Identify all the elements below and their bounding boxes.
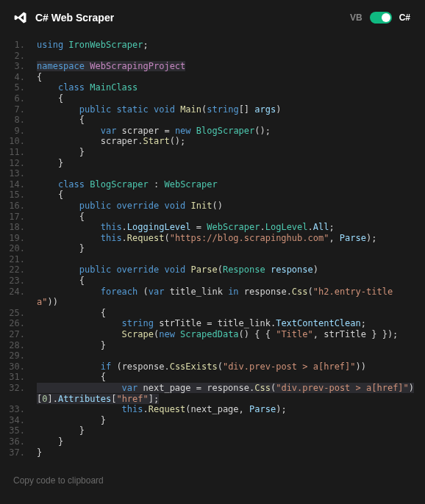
code-line: 6. {: [6, 93, 425, 104]
line-content: using IronWebScraper;: [32, 40, 425, 51]
line-content: scraper.Start();: [32, 136, 425, 147]
code-line: 26. string strTitle = title_link.TextCon…: [6, 318, 425, 329]
code-line: 17. {: [6, 212, 425, 223]
code-line: 20. }: [6, 243, 425, 254]
line-content: }: [32, 436, 425, 447]
code-line: 22. public override void Parse(Response …: [6, 264, 425, 276]
lang-csharp-label[interactable]: C#: [399, 12, 410, 23]
code-line: 14. class BlogScraper : WebScraper: [6, 179, 425, 190]
line-number: 27.: [6, 329, 32, 340]
language-toggle-group: VB C#: [350, 12, 410, 24]
line-content: this.Request(next_page, Parse);: [32, 404, 425, 415]
line-content: public override void Init(): [32, 201, 425, 212]
line-content: Scrape(new ScrapedData() { { "Title", st…: [32, 329, 425, 340]
line-number: 3.: [6, 61, 32, 72]
header: C# Web Scraper VB C#: [0, 0, 425, 32]
line-number: 35.: [6, 425, 32, 436]
line-number: 32.: [6, 383, 32, 404]
line-content: {: [32, 190, 425, 201]
line-number: 22.: [6, 264, 32, 276]
line-content: var next_page = response.Css("div.prev-p…: [32, 383, 425, 404]
code-line: 3.namespace WebScrapingProject: [6, 61, 425, 72]
line-content: }: [32, 243, 425, 254]
line-content: namespace WebScrapingProject: [32, 61, 425, 72]
line-number: 33.: [6, 404, 32, 415]
line-content: }: [32, 425, 425, 436]
line-number: 19.: [6, 233, 32, 244]
line-content: {: [32, 212, 425, 223]
code-line: 4.{: [6, 72, 425, 83]
line-number: 37.: [6, 447, 32, 458]
line-number: 2.: [6, 51, 32, 62]
line-content: this.LoggingLevel = WebScraper.LogLevel.…: [32, 222, 425, 233]
line-number: 20.: [6, 243, 32, 254]
line-content: [32, 254, 425, 265]
lang-vb-label[interactable]: VB: [350, 12, 362, 23]
line-number: 4.: [6, 72, 32, 83]
line-number: 17.: [6, 212, 32, 223]
code-line: 34. }: [6, 415, 425, 426]
code-line: 18. this.LoggingLevel = WebScraper.LogLe…: [6, 222, 425, 233]
line-number: 7.: [6, 104, 32, 115]
line-number: 23.: [6, 276, 32, 287]
code-line: 12. }: [6, 158, 425, 169]
line-content: }: [32, 415, 425, 426]
code-line: 8. {: [6, 115, 425, 126]
line-number: 26.: [6, 318, 32, 329]
line-content: }: [32, 447, 425, 458]
line-number: 10.: [6, 136, 32, 147]
code-line: 19. this.Request("https://blog.scrapingh…: [6, 233, 425, 244]
code-line: 1.using IronWebScraper;: [6, 40, 425, 51]
line-content: }: [32, 147, 425, 158]
code-line: 33. this.Request(next_page, Parse);: [6, 404, 425, 415]
code-line: 37.}: [6, 447, 425, 458]
line-content: public override void Parse(Response resp…: [32, 264, 425, 276]
line-number: 25.: [6, 308, 32, 319]
line-number: 13.: [6, 168, 32, 179]
header-left: C# Web Scraper: [13, 10, 114, 25]
line-content: {: [32, 308, 425, 319]
line-content: foreach (var title_link in response.Css(…: [32, 287, 425, 308]
line-number: 12.: [6, 158, 32, 169]
code-line: 25. {: [6, 308, 425, 319]
code-line: 28. }: [6, 340, 425, 351]
line-content: public static void Main(string[] args): [32, 104, 425, 115]
visual-studio-icon: [13, 10, 28, 25]
line-number: 24.: [6, 287, 32, 308]
line-content: [32, 51, 425, 62]
line-content: }: [32, 340, 425, 351]
line-number: 31.: [6, 372, 32, 383]
line-content: }: [32, 158, 425, 169]
line-content: string strTitle = title_link.TextContent…: [32, 318, 425, 329]
code-line: 16. public override void Init(): [6, 201, 425, 212]
code-line: 29.: [6, 350, 425, 361]
code-editor[interactable]: 1.using IronWebScraper;2.3.namespace Web…: [0, 32, 425, 465]
copy-code-button[interactable]: Copy code to clipboard: [0, 465, 425, 496]
line-number: 9.: [6, 126, 32, 137]
line-number: 11.: [6, 147, 32, 158]
code-line: 31. {: [6, 372, 425, 383]
line-number: 6.: [6, 93, 32, 104]
line-content: {: [32, 93, 425, 104]
line-content: this.Request("https://blog.scrapinghub.c…: [32, 233, 425, 244]
line-number: 18.: [6, 222, 32, 233]
line-content: [32, 168, 425, 179]
line-number: 16.: [6, 201, 32, 212]
highlighted-span: namespace WebScrapingProject: [37, 61, 185, 71]
code-line: 9. var scraper = new BlogScraper();: [6, 126, 425, 137]
line-number: 36.: [6, 436, 32, 447]
line-content: [32, 350, 425, 361]
highlighted-span: var next_page = response.Css("div.prev-p…: [37, 383, 414, 404]
code-line: 7. public static void Main(string[] args…: [6, 104, 425, 115]
line-number: 28.: [6, 340, 32, 351]
page-title: C# Web Scraper: [35, 12, 114, 24]
code-line: 35. }: [6, 425, 425, 436]
code-line: 23. {: [6, 276, 425, 287]
code-line: 13.: [6, 168, 425, 179]
language-toggle[interactable]: [370, 12, 392, 24]
line-number: 29.: [6, 350, 32, 361]
code-line: 10. scraper.Start();: [6, 136, 425, 147]
line-content: class MainClass: [32, 82, 425, 93]
code-line: 5. class MainClass: [6, 82, 425, 93]
line-content: {: [32, 72, 425, 83]
